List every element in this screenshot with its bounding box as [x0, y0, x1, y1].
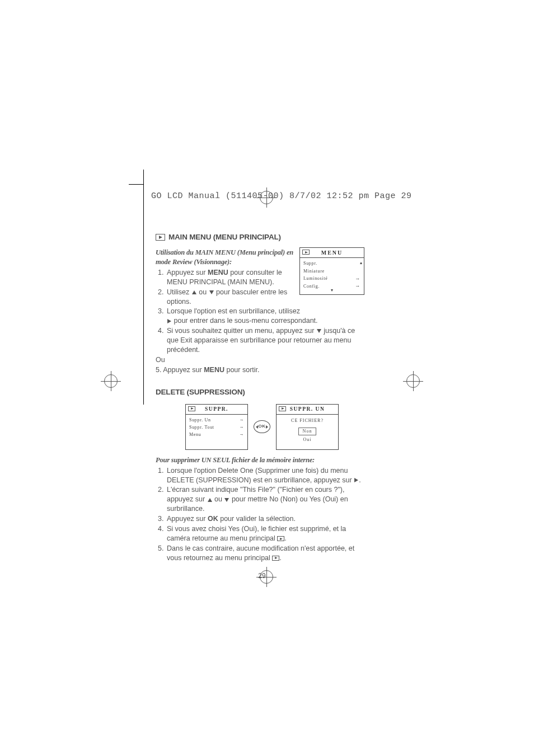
arrow-right-icon: →	[239, 425, 244, 431]
triangle-right-icon	[354, 478, 358, 482]
list-item: Lorsque l'option Delete One (Supprimer u…	[166, 466, 368, 485]
prompt-text: CE FICHIER?	[280, 418, 335, 424]
menu-item: Menu	[189, 432, 201, 438]
subheading: Pour supprimer UN SEUL fichier de la mém…	[156, 456, 368, 465]
triangle-up-icon	[208, 498, 212, 502]
crop-mark	[129, 184, 143, 185]
list-item: Si vous avez choisi Yes (Oui), le fichie…	[166, 524, 368, 543]
list-item: Utilisez ou pour basculer entre les opti…	[166, 288, 296, 307]
list-item: Appuyez sur MENU pour consulter le MENU …	[166, 268, 296, 287]
print-header: GO LCD Manual (511405-00) 8/7/02 12:52 p…	[151, 191, 412, 201]
registration-mark-icon	[403, 371, 423, 391]
lcd-menu-suppr: SUPPR. Suppr. Un→ Suppr. Tout→ Menu→	[185, 404, 248, 450]
menu-item: Suppr. Tout	[189, 425, 214, 431]
subheading: Utilisation du MAIN MENU (Menu principal…	[156, 248, 296, 267]
heading-text: MAIN MENU (MENU PRINCIPAL)	[168, 232, 281, 242]
play-icon	[156, 234, 165, 241]
list-item: 5. Appuyez sur MENU pour sortir.	[156, 365, 368, 375]
triangle-down-icon	[224, 498, 229, 502]
instruction-list: Lorsque l'option est en surbrillance, ut…	[156, 307, 368, 354]
play-icon	[188, 406, 195, 411]
page-number: 29	[156, 571, 368, 580]
menu-title: SUPPR. UN	[290, 406, 325, 413]
or-label: Ou	[156, 355, 368, 365]
registration-mark-icon	[101, 371, 121, 391]
menu-item: Suppr. Un	[189, 417, 211, 424]
play-icon	[277, 536, 284, 541]
arrow-right-icon: →	[239, 417, 244, 424]
play-icon	[272, 556, 279, 561]
triangle-right-icon	[167, 319, 171, 323]
menu-title: SUPPR.	[205, 406, 228, 413]
triangle-down-icon	[317, 329, 321, 333]
crop-mark	[143, 170, 144, 405]
list-item: Appuyez sur OK pour valider la sélection…	[166, 514, 368, 524]
instruction-list: Lorsque l'option Delete One (Supprimer u…	[156, 466, 368, 563]
page-content: MAIN MENU (MENU PRINCIPAL) Utilisation d…	[156, 232, 368, 581]
list-item: L'écran suivant indique "This File?" ("F…	[166, 485, 368, 514]
play-icon	[279, 406, 286, 411]
section-heading: MAIN MENU (MENU PRINCIPAL)	[156, 232, 368, 242]
list-item: Si vous souhaitez quitter un menu, appuy…	[166, 326, 368, 355]
list-item: Dans le cas contraire, aucune modificati…	[166, 544, 368, 563]
list-item: Lorsque l'option est en surbrillance, ut…	[166, 307, 368, 326]
lcd-screens-figure: SUPPR. Suppr. Un→ Suppr. Tout→ Menu→ OK …	[156, 404, 368, 450]
instruction-list: Appuyez sur MENU pour consulter le MENU …	[156, 268, 296, 307]
option-selected: Non	[298, 428, 317, 436]
lcd-menu-suppr-un: SUPPR. UN CE FICHIER? Non Oui	[276, 404, 339, 450]
ok-label: OK	[259, 424, 266, 430]
option: Oui	[280, 437, 335, 443]
section-heading: DELETE (SUPPRESSION)	[156, 387, 368, 397]
arrow-right-icon: →	[239, 432, 244, 438]
triangle-down-icon	[209, 290, 214, 294]
triangle-up-icon	[192, 290, 196, 294]
ok-button-icon: OK	[254, 420, 270, 433]
